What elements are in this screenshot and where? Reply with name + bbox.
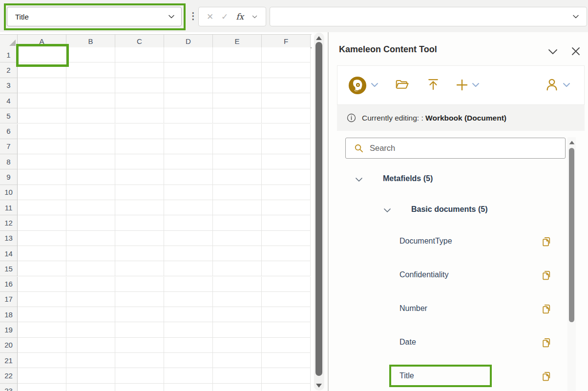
select-all-button[interactable] xyxy=(0,35,18,47)
grid-cell-E7[interactable] xyxy=(213,139,262,154)
grid-cell-E8[interactable] xyxy=(213,154,262,169)
grid-cell-F23[interactable] xyxy=(262,384,311,391)
row-header-18[interactable]: 18 xyxy=(0,307,18,322)
grid-cell-C10[interactable] xyxy=(115,185,164,200)
scrollbar-thumb[interactable] xyxy=(315,42,322,376)
grid-cell-A12[interactable] xyxy=(18,215,66,230)
grid-cell-C19[interactable] xyxy=(115,322,164,337)
row-header-5[interactable]: 5 xyxy=(0,108,18,123)
row-header-17[interactable]: 17 xyxy=(0,292,18,307)
row-header-2[interactable]: 2 xyxy=(0,62,18,78)
grid-cell-E17[interactable] xyxy=(213,292,262,307)
grid-cell-A9[interactable] xyxy=(18,169,66,185)
row-header-10[interactable]: 10 xyxy=(0,185,18,200)
chevron-down-icon[interactable] xyxy=(168,13,175,21)
grid-vertical-scrollbar[interactable] xyxy=(314,33,324,391)
grid-cell-F10[interactable] xyxy=(262,185,311,200)
grid-cell-F1[interactable] xyxy=(262,47,311,62)
grid-cell-D9[interactable] xyxy=(164,169,213,185)
row-header-12[interactable]: 12 xyxy=(0,215,18,230)
grid-cell-C16[interactable] xyxy=(115,277,164,292)
grid-cell-A13[interactable] xyxy=(18,231,66,246)
column-header-D[interactable]: D xyxy=(164,35,213,47)
upload-icon[interactable] xyxy=(426,77,441,92)
add-icon[interactable] xyxy=(455,78,469,92)
grid-cell-C18[interactable] xyxy=(115,307,164,322)
grid-cell-B16[interactable] xyxy=(66,277,115,292)
grid-cell-C23[interactable] xyxy=(115,384,164,391)
grid-cell-C21[interactable] xyxy=(115,353,164,368)
scroll-up-icon[interactable] xyxy=(569,141,575,144)
grid-cell-E12[interactable] xyxy=(213,215,262,230)
grid-cell-D12[interactable] xyxy=(164,215,213,230)
grid-cell-B2[interactable] xyxy=(66,62,115,78)
tree-item-number[interactable]: Number xyxy=(337,302,585,317)
tree-item-documenttype[interactable]: DocumentType xyxy=(337,235,585,249)
grid-cell-D19[interactable] xyxy=(164,322,213,337)
tree-group-metafields[interactable]: Metafields (5) xyxy=(337,172,585,187)
grid-cell-B13[interactable] xyxy=(66,231,115,246)
grid-cell-B11[interactable] xyxy=(66,200,115,215)
grid-cell-B12[interactable] xyxy=(66,215,115,230)
copy-icon[interactable] xyxy=(540,336,553,349)
chevron-down-icon[interactable] xyxy=(354,175,364,185)
row-header-1[interactable]: 1 xyxy=(0,47,18,62)
grid-cell-C1[interactable] xyxy=(115,47,164,62)
chevron-down-icon[interactable] xyxy=(572,13,580,21)
grid-cell-D14[interactable] xyxy=(164,246,213,261)
grid-cell-D13[interactable] xyxy=(164,231,213,246)
grid-cell-B17[interactable] xyxy=(66,292,115,307)
grid-cell-A15[interactable] xyxy=(18,261,66,276)
grid-cell-F15[interactable] xyxy=(262,261,311,276)
grid-cell-B18[interactable] xyxy=(66,307,115,322)
row-header-15[interactable]: 15 xyxy=(0,261,18,276)
grid-cell-C3[interactable] xyxy=(115,78,164,93)
row-header-9[interactable]: 9 xyxy=(0,169,18,185)
grid-cell-A14[interactable] xyxy=(18,246,66,261)
grid-cell-C11[interactable] xyxy=(115,200,164,215)
grid-cell-F13[interactable] xyxy=(262,231,311,246)
name-box-input[interactable] xyxy=(7,13,168,21)
grid-cell-F17[interactable] xyxy=(262,292,311,307)
chevron-down-icon[interactable] xyxy=(471,81,481,89)
grid-cell-D22[interactable] xyxy=(164,368,213,383)
grid-cell-B19[interactable] xyxy=(66,322,115,337)
grid-cell-F5[interactable] xyxy=(262,108,311,123)
grid-cell-E11[interactable] xyxy=(213,200,262,215)
grid-cell-B22[interactable] xyxy=(66,368,115,383)
grid-cell-D7[interactable] xyxy=(164,139,213,154)
grid-cell-D2[interactable] xyxy=(164,62,213,78)
search-input[interactable] xyxy=(370,144,565,153)
grid-cell-E5[interactable] xyxy=(213,108,262,123)
scroll-up-icon[interactable] xyxy=(316,36,322,40)
row-header-6[interactable]: 6 xyxy=(0,124,18,139)
grid-cell-A17[interactable] xyxy=(18,292,66,307)
grid-cell-A1[interactable] xyxy=(18,47,66,62)
open-folder-icon[interactable] xyxy=(395,78,409,92)
column-header-E[interactable]: E xyxy=(213,35,262,47)
grid-cell-C4[interactable] xyxy=(115,93,164,108)
grid-cell-F4[interactable] xyxy=(262,93,311,108)
chevron-down-icon[interactable] xyxy=(382,206,392,215)
pane-vertical-scrollbar[interactable] xyxy=(567,137,576,391)
row-header-20[interactable]: 20 xyxy=(0,338,18,353)
grid-cell-D1[interactable] xyxy=(164,47,213,62)
grid-cell-B9[interactable] xyxy=(66,169,115,185)
grid-cell-D16[interactable] xyxy=(164,277,213,292)
pane-close-button[interactable] xyxy=(570,45,582,57)
grid-cell-E6[interactable] xyxy=(213,124,262,139)
chevron-down-icon[interactable] xyxy=(562,81,571,89)
confirm-entry-icon[interactable]: ✓ xyxy=(221,12,228,22)
grid-cell-F21[interactable] xyxy=(262,353,311,368)
scroll-down-icon[interactable] xyxy=(316,384,322,388)
grid-cell-A2[interactable] xyxy=(18,62,66,78)
scrollbar-thumb[interactable] xyxy=(569,148,574,322)
row-header-16[interactable]: 16 xyxy=(0,277,18,292)
tree-item-date[interactable]: Date xyxy=(337,336,585,350)
grid-cell-D10[interactable] xyxy=(164,185,213,200)
grid-cell-F9[interactable] xyxy=(262,169,311,185)
grid-cell-E22[interactable] xyxy=(213,368,262,383)
grid-cell-A22[interactable] xyxy=(18,368,66,383)
formula-bar[interactable] xyxy=(270,7,587,26)
column-header-B[interactable]: B xyxy=(66,35,115,47)
